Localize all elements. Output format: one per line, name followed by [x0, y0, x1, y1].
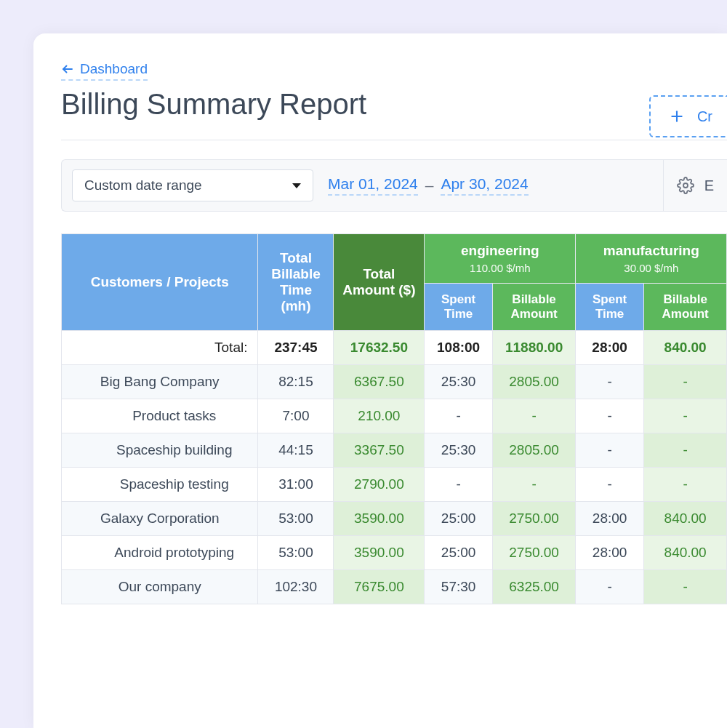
report-table-wrap: Customers / Projects Total Billable Time…: [61, 233, 727, 604]
filter-toolbar: Custom date range Mar 01, 2024 – Apr 30,…: [61, 159, 727, 212]
breadcrumb-dashboard[interactable]: Dashboard: [61, 61, 148, 81]
row-man-bill: -: [643, 433, 726, 468]
table-row: Spaceship building44:153367.5025:302805.…: [62, 433, 728, 468]
th-man-bill: Billable Amount: [643, 284, 726, 331]
date-range-select-label: Custom date range: [84, 177, 202, 193]
row-amount: 6367.50: [334, 365, 425, 399]
row-time: 31:00: [258, 468, 334, 502]
row-man-spent: -: [576, 365, 644, 399]
row-time: 44:15: [258, 433, 334, 468]
row-label: Big Bang Company: [62, 365, 258, 399]
total-man-bill: 840.00: [643, 331, 726, 365]
row-eng-spent: -: [425, 399, 493, 433]
row-eng-spent: 25:00: [425, 536, 493, 570]
row-eng-spent: 25:30: [425, 365, 493, 399]
toolbar-settings-button[interactable]: E: [663, 160, 727, 211]
svg-point-3: [683, 183, 688, 188]
table-row: Galaxy Corporation53:003590.0025:002750.…: [62, 502, 728, 536]
row-label: Spaceship testing: [62, 468, 258, 502]
th-total-amount: Total Amount ($): [334, 234, 425, 331]
row-man-bill: 840.00: [643, 502, 726, 536]
row-man-bill: -: [643, 399, 726, 433]
row-man-spent: 28:00: [576, 536, 644, 570]
row-eng-bill: 6325.00: [492, 570, 575, 604]
row-eng-bill: -: [492, 399, 575, 433]
row-amount: 3590.00: [334, 536, 425, 570]
row-man-spent: 28:00: [576, 502, 644, 536]
row-man-spent: -: [576, 468, 644, 502]
row-eng-spent: 25:00: [425, 502, 493, 536]
table-total-row: Total:237:4517632.50108:0011880.0028:008…: [62, 331, 728, 365]
row-man-spent: -: [576, 433, 644, 468]
th-eng-spent: Spent Time: [425, 284, 493, 331]
date-range-select[interactable]: Custom date range: [72, 169, 313, 201]
row-man-bill: -: [643, 468, 726, 502]
table-row: Our company102:307675.0057:306325.00---: [62, 570, 728, 604]
chevron-down-icon: [292, 183, 301, 188]
row-eng-spent: -: [425, 468, 493, 502]
row-man-spent: -: [576, 570, 644, 604]
row-amount: 7675.00: [334, 570, 425, 604]
row-amount: 210.00: [334, 399, 425, 433]
row-amount: 3367.50: [334, 433, 425, 468]
total-label: Total:: [62, 331, 258, 365]
date-to-link[interactable]: Apr 30, 2024: [441, 175, 528, 196]
breadcrumb-label: Dashboard: [80, 61, 148, 77]
row-amount: 3590.00: [334, 502, 425, 536]
total-amount: 17632.50: [334, 331, 425, 365]
total-time: 237:45: [258, 331, 334, 365]
row-time: 7:00: [258, 399, 334, 433]
row-time: 102:30: [258, 570, 334, 604]
th-group-manufacturing: manufacturing30.00 $/mh: [576, 234, 727, 284]
report-card: Dashboard Billing Summary Report Cr Cust…: [33, 33, 727, 728]
th-eng-bill: Billable Amount: [492, 284, 575, 331]
total-eng-bill: 11880.00: [492, 331, 575, 365]
row-label: Android prototyping: [62, 536, 258, 570]
row-eng-bill: 2805.00: [492, 365, 575, 399]
row-label: Product tasks: [62, 399, 258, 433]
row-time: 53:00: [258, 502, 334, 536]
gear-icon: [677, 177, 694, 194]
row-time: 82:15: [258, 365, 334, 399]
table-row: Spaceship testing31:002790.00-----: [62, 468, 728, 502]
row-eng-bill: 2805.00: [492, 433, 575, 468]
row-time: 53:00: [258, 536, 334, 570]
th-total-time: Total Billable Time (mh): [258, 234, 334, 331]
row-man-bill: 840.00: [643, 536, 726, 570]
table-row: Android prototyping53:003590.0025:002750…: [62, 536, 728, 570]
total-man-spent: 28:00: [576, 331, 644, 365]
row-eng-bill: 2750.00: [492, 536, 575, 570]
row-eng-bill: 2750.00: [492, 502, 575, 536]
th-group-engineering: engineering110.00 $/mh: [425, 234, 576, 284]
report-table: Customers / Projects Total Billable Time…: [61, 233, 727, 604]
th-man-spent: Spent Time: [576, 284, 644, 331]
row-eng-spent: 57:30: [425, 570, 493, 604]
date-range-dash: –: [425, 177, 434, 194]
date-range-display: Mar 01, 2024 – Apr 30, 2024: [328, 175, 529, 196]
row-man-bill: -: [643, 570, 726, 604]
table-row: Big Bang Company82:156367.5025:302805.00…: [62, 365, 728, 399]
row-label: Galaxy Corporation: [62, 502, 258, 536]
table-row: Product tasks7:00210.00----7:00: [62, 399, 728, 433]
row-man-bill: -: [643, 365, 726, 399]
plus-icon: [670, 109, 684, 124]
row-label: Spaceship building: [62, 433, 258, 468]
page-title: Billing Summary Report: [61, 88, 727, 121]
arrow-left-icon: [61, 63, 74, 76]
create-button-label: Cr: [697, 108, 712, 125]
total-eng-spent: 108:00: [425, 331, 493, 365]
row-eng-bill: -: [492, 468, 575, 502]
toolbar-settings-label: E: [704, 177, 714, 194]
create-button[interactable]: Cr: [649, 95, 727, 137]
row-eng-spent: 25:30: [425, 433, 493, 468]
divider: [61, 140, 727, 140]
th-customers: Customers / Projects: [62, 234, 258, 331]
row-amount: 2790.00: [334, 468, 425, 502]
date-from-link[interactable]: Mar 01, 2024: [328, 175, 418, 196]
row-label: Our company: [62, 570, 258, 604]
row-man-spent: -: [576, 399, 644, 433]
